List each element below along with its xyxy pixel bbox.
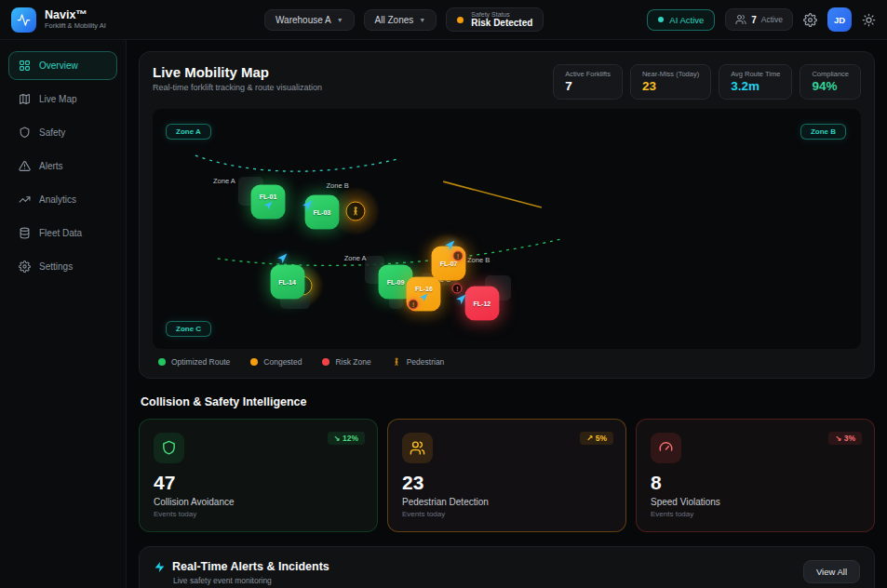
view-all-button[interactable]: View All bbox=[803, 560, 860, 583]
sidebar-item-alerts[interactable]: Alerts bbox=[8, 152, 117, 180]
kpi-value: 7 bbox=[565, 79, 611, 93]
forklift-marker-fl-14[interactable]: FL-14 bbox=[270, 265, 304, 300]
sidebar-item-overview[interactable]: Overview bbox=[8, 51, 117, 80]
section-title-alerts: Real-Time Alerts & Incidents bbox=[172, 560, 329, 573]
brand-name: Navix™ bbox=[45, 9, 106, 22]
forklift-marker-fl-01[interactable]: FL-01 bbox=[251, 185, 286, 220]
kpi-value: 3.2m bbox=[731, 79, 780, 93]
kpi-label: Compliance bbox=[812, 70, 849, 78]
safety-card-label: Speed Violations bbox=[651, 497, 860, 507]
sidebar-item-live-map[interactable]: Live Map bbox=[8, 85, 117, 114]
safety-card-sublabel: Events today bbox=[651, 510, 860, 518]
sidebar-item-label: Alerts bbox=[39, 161, 63, 171]
zap-icon bbox=[154, 561, 166, 573]
section-title-safety: Collision & Safety Intelligence bbox=[141, 395, 873, 408]
safety-card-label: Pedestrian Detection bbox=[402, 497, 611, 507]
zone-badge-zone-a[interactable]: Zone A bbox=[166, 124, 211, 140]
risk-alert-marker: ! bbox=[452, 283, 463, 293]
gauge-icon bbox=[651, 433, 681, 463]
database-icon bbox=[19, 227, 31, 239]
gear-icon[interactable] bbox=[803, 13, 817, 27]
forklift-id: FL-03 bbox=[314, 208, 331, 215]
safety-status-chip: Safety Status Risk Detected bbox=[446, 7, 544, 32]
avatar[interactable]: JD bbox=[827, 7, 852, 32]
forklift-id: FL-16 bbox=[415, 285, 433, 291]
legend-item: Congested bbox=[250, 357, 302, 367]
zone-floating-label: Zone B bbox=[467, 256, 490, 264]
sidebar-item-label: Analytics bbox=[39, 194, 76, 205]
users-icon bbox=[402, 433, 433, 463]
navigation-icon bbox=[455, 294, 467, 306]
trending-up-icon bbox=[19, 194, 31, 206]
warehouse-select-value: Warehouse A bbox=[276, 15, 331, 25]
kpi-label: Active Forklifts bbox=[565, 70, 611, 78]
active-count: 7 bbox=[751, 15, 757, 25]
warehouse-select[interactable]: Warehouse A ▼ bbox=[264, 9, 355, 31]
kpi-chip-avg-route-time: Avg Route Time3.2m bbox=[719, 64, 792, 100]
forklift-id: FL-07 bbox=[440, 260, 458, 266]
warehouse-map[interactable]: Zone AZone BZone AZone AZone CZone BZone… bbox=[153, 109, 861, 349]
zone-badge-zone-b[interactable]: Zone B bbox=[800, 124, 846, 140]
topbar: Navix™ Forklift & Mobility AI Warehouse … bbox=[0, 0, 887, 40]
safety-status-label: Safety Status bbox=[471, 11, 532, 18]
zone-floating-label: Zone A bbox=[213, 176, 235, 184]
map-legend: Optimized RouteCongestedRisk ZonePedestr… bbox=[153, 349, 861, 368]
sidebar-item-analytics[interactable]: Analytics bbox=[8, 185, 117, 214]
optimized-route-a bbox=[195, 155, 396, 171]
sidebar-item-label: Overview bbox=[39, 60, 78, 71]
zones-select[interactable]: All Zones ▼ bbox=[364, 9, 437, 31]
sidebar-item-safety[interactable]: Safety bbox=[8, 118, 117, 147]
users-icon bbox=[735, 14, 746, 25]
risk-alert-marker: ! bbox=[409, 300, 419, 310]
safety-card-label: Collision Avoidance bbox=[154, 497, 363, 507]
sidebar-item-fleet-data[interactable]: Fleet Data bbox=[8, 219, 117, 247]
sidebar-item-label: Settings bbox=[39, 261, 73, 272]
kpi-value: 23 bbox=[642, 79, 699, 93]
pedestrian-icon bbox=[392, 357, 401, 367]
safety-status-value: Risk Detected bbox=[471, 18, 532, 28]
map-kpi-chips: Active Forklifts7Near-Miss (Today)23Avg … bbox=[553, 64, 861, 100]
zone-floating-label: Zone B bbox=[327, 181, 349, 190]
chevron-down-icon: ▼ bbox=[419, 17, 425, 23]
zone-badge-zone-c[interactable]: Zone C bbox=[166, 321, 211, 337]
safety-card-pedestrian-detection[interactable]: ↗ 5%23Pedestrian DetectionEvents today bbox=[387, 419, 626, 532]
kpi-chip-near-miss-today-: Near-Miss (Today)23 bbox=[630, 64, 711, 100]
kpi-label: Near-Miss (Today) bbox=[642, 70, 699, 78]
safety-card-speed-violations[interactable]: ↘ 3%8Speed ViolationsEvents today bbox=[636, 419, 875, 532]
navigation-icon bbox=[301, 199, 313, 211]
sun-icon[interactable] bbox=[862, 13, 876, 27]
brand: Navix™ Forklift & Mobility AI bbox=[11, 7, 264, 33]
kpi-label: Avg Route Time bbox=[731, 70, 780, 78]
forklift-id: FL-01 bbox=[260, 194, 277, 200]
active-operators-pill[interactable]: 7 Active bbox=[725, 8, 793, 31]
trend-badge: ↘ 12% bbox=[328, 432, 366, 445]
ai-status-dot bbox=[658, 17, 664, 22]
navigation-icon bbox=[276, 252, 289, 264]
forklift-id: FL-12 bbox=[474, 300, 491, 306]
safety-card-collision-avoidance[interactable]: ↘ 12%47Collision AvoidanceEvents today bbox=[139, 419, 378, 532]
ai-active-pill[interactable]: AI Active bbox=[647, 9, 715, 31]
legend-label: Risk Zone bbox=[335, 357, 370, 367]
sidebar-item-label: Fleet Data bbox=[39, 228, 82, 238]
legend-item: Pedestrian bbox=[392, 357, 445, 367]
legend-item: Optimized Route bbox=[158, 357, 230, 367]
sidebar-item-settings[interactable]: Settings bbox=[8, 252, 117, 281]
legend-label: Optimized Route bbox=[171, 357, 230, 367]
shield-icon bbox=[154, 433, 184, 463]
navigation-icon bbox=[443, 240, 455, 252]
gear-icon bbox=[19, 261, 31, 273]
main-content: Live Mobility Map Real-time forklift tra… bbox=[127, 40, 887, 588]
legend-dot bbox=[322, 358, 329, 366]
trend-badge: ↘ 3% bbox=[828, 432, 862, 445]
kpi-value: 94% bbox=[812, 79, 849, 93]
safety-card-sublabel: Events today bbox=[402, 510, 611, 518]
navigation-icon bbox=[419, 292, 429, 302]
sidebar-item-label: Live Map bbox=[39, 94, 77, 104]
forklift-marker-fl-12[interactable]: FL-12 bbox=[464, 286, 499, 320]
congested-route bbox=[443, 181, 542, 207]
safety-card-value: 23 bbox=[402, 472, 611, 494]
alert-triangle-icon bbox=[19, 160, 31, 172]
page-title: Live Mobility Map bbox=[153, 64, 322, 80]
legend-dot bbox=[158, 358, 166, 366]
kpi-chip-compliance: Compliance94% bbox=[800, 64, 861, 100]
